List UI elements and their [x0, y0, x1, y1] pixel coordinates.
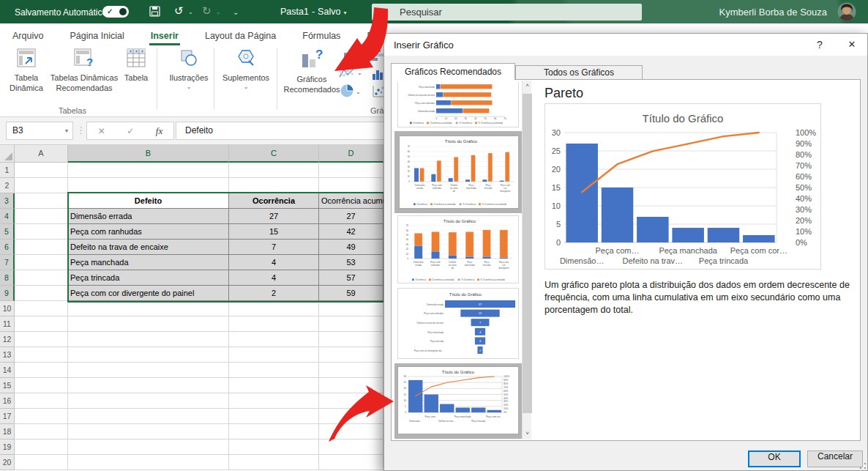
row-header-20[interactable]: 20	[0, 455, 15, 470]
ribbon-tab-layout-da-pagina[interactable]: Layout da Página	[203, 31, 277, 45]
cell-C6[interactable]: 7	[229, 240, 319, 255]
undo-button[interactable]: ↺	[174, 5, 184, 17]
cell-D7[interactable]: 53	[319, 255, 384, 270]
redo-menu-chevron-icon[interactable]: ⌄	[216, 9, 221, 15]
cell-B12[interactable]	[68, 332, 229, 347]
row-header-14[interactable]: 14	[0, 363, 15, 378]
cell-C1[interactable]	[229, 163, 319, 178]
insert-column-chart-button[interactable]	[343, 47, 357, 64]
scrollbar-thumb[interactable]	[523, 94, 532, 413]
cell-A17[interactable]	[15, 409, 68, 424]
cell-B20[interactable]	[68, 455, 229, 470]
tab-todos-os-graficos[interactable]: Todos os Gráficos	[515, 65, 643, 79]
cell-B9[interactable]: Peça com cor divergente do painel	[68, 286, 229, 301]
cell-D10[interactable]	[319, 301, 384, 316]
cell-A8[interactable]	[15, 270, 68, 286]
thumbnail-column-clustered[interactable]: Título do Gráfico010203040506070Dimensão…	[394, 131, 523, 213]
cell-D2[interactable]	[319, 178, 384, 193]
cell-B4[interactable]: Dimensão errada	[68, 209, 229, 224]
cell-D1[interactable]	[319, 163, 384, 178]
cell-C16[interactable]	[229, 393, 319, 409]
row-header-12[interactable]: 12	[0, 332, 15, 347]
insert-bar-chart-button[interactable]	[370, 47, 385, 64]
cell-B13[interactable]	[68, 347, 229, 363]
cell-A13[interactable]	[15, 347, 68, 363]
row-header-19[interactable]: 19	[0, 440, 15, 455]
document-title[interactable]: Pasta1-Salvo▾	[280, 7, 349, 17]
insert-function-button[interactable]: fx	[156, 125, 162, 137]
undo-menu-chevron-icon[interactable]: ⌄	[188, 9, 193, 15]
cell-C10[interactable]	[229, 301, 319, 316]
cell-A7[interactable]	[15, 255, 68, 270]
thumbnail-column-stacked[interactable]: Título do Gráfico010203040506070Dimensão…	[397, 215, 519, 283]
caret-down-icon[interactable]: ▾	[65, 122, 68, 139]
col-header-B[interactable]: B	[68, 145, 229, 163]
cell-C20[interactable]	[229, 455, 319, 470]
row-header-4[interactable]: 4	[0, 209, 15, 224]
name-box[interactable]: B3 ▾	[6, 122, 73, 140]
cell-A10[interactable]	[15, 301, 68, 316]
cell-C3[interactable]: Ocorrência	[229, 193, 319, 209]
ribbon-tab-formulas[interactable]: Fórmulas	[301, 31, 342, 45]
cell-D6[interactable]: 49	[319, 240, 384, 255]
recommended-pivot-tables-button[interactable]: ? Tabelas Dinâmicas Recomendadas	[48, 48, 120, 93]
cell-D8[interactable]: 57	[319, 270, 384, 286]
cell-B14[interactable]	[68, 363, 229, 378]
help-button[interactable]: ?	[811, 39, 828, 51]
cell-B2[interactable]	[68, 178, 229, 193]
row-header-7[interactable]: 7	[0, 255, 15, 270]
cancel-button[interactable]: Cancelar	[807, 450, 863, 467]
cell-B19[interactable]	[68, 440, 229, 455]
cell-A9[interactable]	[15, 286, 68, 301]
cell-D14[interactable]	[319, 363, 384, 378]
row-header-3[interactable]: 3	[0, 193, 15, 209]
confirm-entry-button[interactable]: ✓	[127, 126, 134, 136]
cell-C9[interactable]: 2	[229, 286, 319, 301]
save-icon[interactable]	[149, 5, 162, 18]
cell-C15[interactable]	[229, 378, 319, 393]
cell-C14[interactable]	[229, 363, 319, 378]
row-header-18[interactable]: 18	[0, 424, 15, 440]
cell-A11[interactable]	[15, 316, 68, 332]
cell-A2[interactable]	[15, 178, 68, 193]
ribbon-tab-arquivo[interactable]: Arquivo	[11, 31, 45, 45]
avatar[interactable]	[837, 2, 856, 21]
select-all-corner[interactable]	[0, 145, 15, 163]
cell-B1[interactable]	[68, 163, 229, 178]
row-header-5[interactable]: 5	[0, 224, 15, 240]
resize-grip[interactable]	[858, 461, 867, 470]
cell-D17[interactable]	[319, 409, 384, 424]
ribbon-tab-inserir[interactable]: Inserir	[149, 31, 180, 45]
row-header-13[interactable]: 13	[0, 347, 15, 363]
cell-B5[interactable]: Peça com ranhudas	[68, 224, 229, 240]
autosave-toggle[interactable]: ✓	[102, 6, 129, 18]
cell-C17[interactable]	[229, 409, 319, 424]
cell-A19[interactable]	[15, 440, 68, 455]
thumbnail-funnel[interactable]: Título do GráficoDimensão errada27Peça c…	[397, 288, 519, 359]
cell-D19[interactable]	[319, 440, 384, 455]
cell-C18[interactable]	[229, 424, 319, 440]
row-header-16[interactable]: 16	[0, 393, 15, 409]
cell-B17[interactable]	[68, 409, 229, 424]
row-header-1[interactable]: 1	[0, 163, 15, 178]
cell-D5[interactable]: 42	[319, 224, 384, 240]
cell-C11[interactable]	[229, 316, 319, 332]
cell-D9[interactable]: 59	[319, 286, 384, 301]
cell-C12[interactable]	[229, 332, 319, 347]
tab-graficos-recomendados[interactable]: Gráficos Recomendados	[391, 63, 515, 80]
row-header-8[interactable]: 8	[0, 270, 15, 286]
cell-B15[interactable]	[68, 378, 229, 393]
insert-pie-chart-button[interactable]: ⌄	[340, 84, 361, 101]
cell-B6[interactable]: Defeito na trava de encaixe	[68, 240, 229, 255]
ribbon-tab-pagina-inicial[interactable]: Página Inicial	[68, 31, 125, 45]
user-name[interactable]: Kymberli Borba de Souza	[719, 7, 827, 18]
search-box[interactable]: ⌕ Pesquisar	[372, 4, 642, 21]
cell-D18[interactable]	[319, 424, 384, 440]
cell-D15[interactable]	[319, 378, 384, 393]
row-header-6[interactable]: 6	[0, 240, 15, 255]
cell-B18[interactable]	[68, 424, 229, 440]
row-header-17[interactable]: 17	[0, 409, 15, 424]
cell-A4[interactable]	[15, 209, 68, 224]
illustrations-button[interactable]: Ilustrações ⌄	[165, 48, 212, 90]
cell-C7[interactable]: 4	[229, 255, 319, 270]
